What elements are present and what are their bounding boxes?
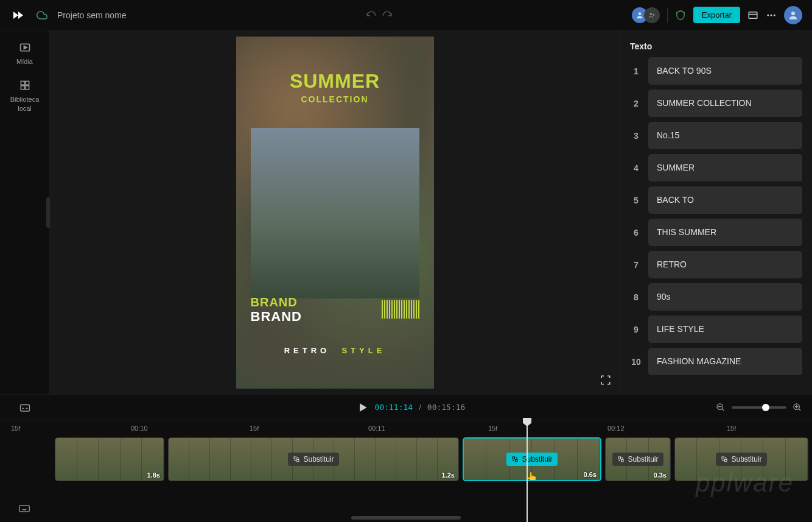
shield-icon[interactable] xyxy=(675,10,686,21)
keyboard-icon[interactable] xyxy=(18,503,30,515)
cursor-pointer-icon: 👆 xyxy=(526,471,538,481)
ruler-mark: 15f xyxy=(250,425,259,432)
sidebar-item-media[interactable]: Mídia xyxy=(16,41,33,66)
text-item[interactable]: SUMMER COLLECTION xyxy=(648,90,802,117)
substitute-button[interactable]: Substituir xyxy=(716,453,766,466)
vertical-divider xyxy=(667,8,668,23)
ruler-mark: 15f xyxy=(727,425,736,432)
svg-rect-14 xyxy=(21,404,30,411)
text-row: 2SUMMER COLLECTION xyxy=(630,90,802,117)
text-list: 1BACK TO 90S2SUMMER COLLECTION3No.154SUM… xyxy=(620,57,812,385)
text-item[interactable]: THIS SUMMER xyxy=(648,219,802,246)
substitute-button[interactable]: Substituir xyxy=(506,453,557,466)
add-collaborator-icon xyxy=(644,7,660,23)
svg-marker-15 xyxy=(360,403,367,411)
redo-icon[interactable] xyxy=(382,10,393,21)
play-icon[interactable] xyxy=(357,401,369,414)
caption-icon[interactable] xyxy=(19,402,30,413)
main: Mídia Biblioteca local SUMMER COLLECTION… xyxy=(0,30,812,394)
horizontal-scrollbar[interactable] xyxy=(351,516,461,520)
timeline-track[interactable]: 1.8sSubstituir1.2sSubstituir👆0.6sSubstit… xyxy=(55,437,812,481)
project-name[interactable]: Projeto sem nome xyxy=(57,10,127,20)
substitute-button[interactable]: Substituir xyxy=(612,453,663,466)
more-icon[interactable] xyxy=(766,10,777,21)
zoom-slider[interactable] xyxy=(732,406,786,409)
text-row: 10FASHION MAGAZINE xyxy=(630,348,802,375)
app-header: Projeto sem nome Exportar xyxy=(0,0,812,30)
zoom-in-icon[interactable] xyxy=(793,403,802,412)
export-button[interactable]: Exportar xyxy=(693,7,740,23)
text-row-number: 1 xyxy=(630,66,642,76)
text-row-number: 8 xyxy=(630,292,642,302)
zoom-thumb[interactable] xyxy=(762,404,769,411)
text-row: 1BACK TO 90S xyxy=(630,57,802,85)
right-panel-text: Texto 1BACK TO 90S2SUMMER COLLECTION3No.… xyxy=(620,30,812,394)
video-preview[interactable]: SUMMER COLLECTION BRAND BRAND RETRO STYL… xyxy=(50,30,620,394)
svg-rect-2 xyxy=(749,12,757,18)
timeline-controls: 00:11:14 / 00:15:16 xyxy=(0,395,812,420)
svg-point-1 xyxy=(650,13,652,15)
undo-icon[interactable] xyxy=(366,10,377,21)
text-row: 3No.15 xyxy=(630,122,802,149)
user-avatar[interactable] xyxy=(784,6,802,24)
text-row: 9LIFE STYLE xyxy=(630,316,802,343)
text-item[interactable]: BACK TO xyxy=(648,186,802,214)
svg-point-7 xyxy=(791,12,795,15)
undo-redo-group xyxy=(366,10,393,21)
svg-rect-29 xyxy=(722,457,724,459)
substitute-button[interactable]: Substituir xyxy=(288,453,338,466)
text-row-number: 6 xyxy=(630,228,642,238)
text-row-number: 10 xyxy=(630,357,642,367)
app-logo[interactable] xyxy=(10,7,27,24)
ruler-mark: 00:11 xyxy=(368,425,385,432)
svg-rect-24 xyxy=(297,460,299,462)
timeline: 00:11:14 / 00:15:16 15f00:1015f00:1115f0… xyxy=(0,394,812,522)
overlay-photo xyxy=(251,128,419,298)
timeline-clip[interactable]: Substituir1.2s xyxy=(168,437,459,481)
timeline-clip[interactable]: 1.8s xyxy=(55,437,164,481)
text-row-number: 4 xyxy=(630,163,642,173)
collaborators[interactable] xyxy=(632,7,660,23)
text-item[interactable]: RETRO xyxy=(648,251,802,278)
text-item[interactable]: LIFE STYLE xyxy=(648,316,802,343)
brand-text-1: BRAND xyxy=(251,295,298,309)
text-row: 890s xyxy=(630,283,802,311)
text-row-number: 2 xyxy=(630,99,642,108)
sidebar-item-local-library[interactable]: Biblioteca local xyxy=(4,79,46,113)
layout-icon[interactable] xyxy=(747,10,758,21)
right-panel-header: Texto xyxy=(620,30,812,57)
svg-rect-10 xyxy=(21,82,24,85)
text-item[interactable]: FASHION MAGAZINE xyxy=(648,348,802,375)
cloud-save-icon[interactable] xyxy=(37,10,47,21)
timeline-clip[interactable]: Substituir👆0.6s xyxy=(463,437,601,481)
timeline-clip[interactable]: Substituir0.3s xyxy=(605,437,671,481)
fullscreen-icon[interactable] xyxy=(600,375,611,386)
svg-rect-11 xyxy=(25,82,29,85)
svg-rect-28 xyxy=(621,460,624,462)
text-item[interactable]: SUMMER xyxy=(648,154,802,182)
sidebar-item-label: Biblioteca local xyxy=(4,95,46,113)
overlay-subtitle: COLLECTION xyxy=(236,94,434,104)
text-item[interactable]: 90s xyxy=(648,283,802,311)
svg-point-5 xyxy=(771,14,772,16)
zoom-out-icon[interactable] xyxy=(716,403,726,412)
playhead[interactable] xyxy=(527,420,528,522)
clip-duration: 0.6s xyxy=(584,471,597,478)
clip-duration: 0.3s xyxy=(654,471,667,479)
time-separator: / xyxy=(419,403,421,412)
text-row: 4SUMMER xyxy=(630,154,802,182)
header-right: Exportar xyxy=(632,6,802,24)
text-row-number: 9 xyxy=(630,325,642,334)
timeline-clip[interactable]: Substituir xyxy=(674,437,808,481)
ruler-mark: 15f xyxy=(11,425,20,432)
text-item[interactable]: BACK TO 90S xyxy=(648,57,802,85)
clip-duration: 1.8s xyxy=(147,471,160,479)
svg-rect-31 xyxy=(19,506,30,512)
text-row-number: 7 xyxy=(630,260,642,270)
svg-point-6 xyxy=(774,14,775,16)
timeline-ruler[interactable]: 15f00:1015f00:1115f00:1215f xyxy=(0,420,812,436)
video-frame: SUMMER COLLECTION BRAND BRAND RETRO STYL… xyxy=(236,37,434,389)
text-item[interactable]: No.15 xyxy=(648,122,802,149)
svg-point-0 xyxy=(639,12,642,15)
retro-style-text: RETRO STYLE xyxy=(236,346,434,355)
